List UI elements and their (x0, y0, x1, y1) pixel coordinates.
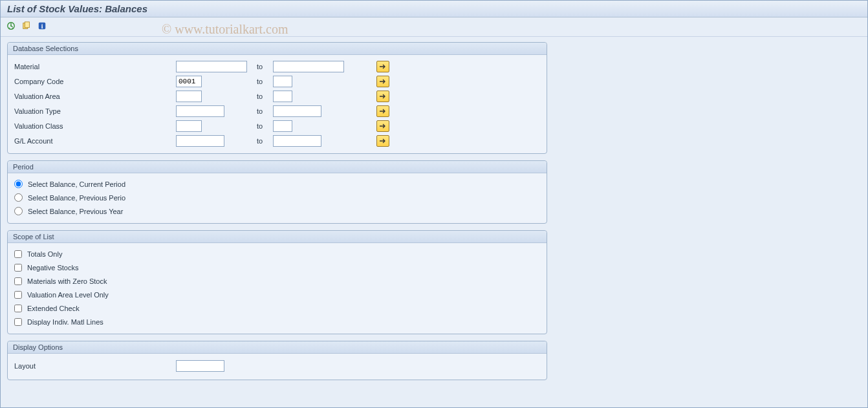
scope-option[interactable]: Valuation Area Level Only (14, 288, 540, 301)
selection-row: G/L Accountto (14, 133, 540, 148)
execute-button[interactable] (5, 21, 17, 34)
info-icon: i (38, 21, 47, 32)
radio-label: Select Balance, Previous Perio (28, 194, 125, 202)
layout-input[interactable] (176, 360, 224, 372)
from-input[interactable] (176, 120, 202, 132)
to-input[interactable] (273, 135, 321, 147)
period-option[interactable]: Select Balance, Current Period (14, 177, 540, 191)
field-label: Company Code (14, 78, 176, 85)
checkbox-label: Display Indiv. Matl Lines (27, 318, 103, 326)
scope-checkbox[interactable] (14, 250, 22, 258)
to-label: to (257, 137, 273, 145)
group-header: Display Options (8, 341, 547, 354)
field-label: G/L Account (14, 137, 176, 145)
window: List of Stock Values: Balances i © www.t… (0, 0, 868, 408)
to-label: to (257, 122, 273, 130)
radio-label: Select Balance, Previous Year (28, 208, 123, 215)
group-header: Database Selections (8, 43, 547, 55)
page-title: List of Stock Values: Balances (7, 3, 147, 14)
scope-checkbox[interactable] (14, 291, 22, 299)
svg-point-1 (10, 25, 12, 27)
to-input[interactable] (273, 120, 292, 132)
content: Database Selections MaterialtoCompany Co… (1, 37, 867, 385)
to-input[interactable] (273, 105, 321, 117)
multiple-selection-button[interactable] (376, 76, 389, 87)
checkbox-label: Valuation Area Level Only (27, 291, 109, 299)
scope-option[interactable]: Extended Check (14, 301, 540, 315)
group-database-selections: Database Selections MaterialtoCompany Co… (7, 42, 547, 154)
field-label: Material (14, 63, 176, 70)
group-scope: Scope of List Totals OnlyNegative Stocks… (7, 230, 547, 334)
multiple-selection-button[interactable] (376, 61, 389, 72)
radio-label: Select Balance, Current Period (28, 180, 125, 188)
scope-checkbox[interactable] (14, 277, 22, 285)
arrow-right-icon (379, 138, 387, 144)
selection-row: Valuation Areato (14, 89, 540, 103)
svg-text:i: i (41, 23, 43, 30)
scope-option[interactable]: Negative Stocks (14, 261, 540, 274)
multiple-selection-button[interactable] (376, 120, 389, 132)
from-input[interactable] (176, 135, 224, 147)
to-label: to (257, 92, 273, 100)
execute-icon (6, 21, 16, 32)
multiple-selection-button[interactable] (376, 91, 389, 102)
to-input[interactable] (273, 91, 292, 102)
selection-row: Valuation Typeto (14, 103, 540, 118)
selection-row: Materialto (14, 59, 540, 74)
svg-rect-3 (25, 22, 29, 28)
group-period: Period Select Balance, Current PeriodSel… (7, 160, 547, 224)
period-option[interactable]: Select Balance, Previous Perio (14, 191, 540, 204)
to-label: to (257, 107, 273, 115)
info-button[interactable]: i (36, 21, 49, 34)
arrow-right-icon (379, 93, 387, 100)
selection-row: Company Codeto (14, 74, 540, 89)
to-label: to (257, 63, 273, 70)
to-input[interactable] (273, 76, 292, 87)
scope-checkbox[interactable] (14, 264, 22, 272)
scope-option[interactable]: Display Indiv. Matl Lines (14, 315, 540, 328)
titlebar: List of Stock Values: Balances (1, 1, 867, 17)
variant-icon (22, 21, 31, 32)
arrow-right-icon (379, 78, 387, 85)
scope-checkbox[interactable] (14, 305, 22, 312)
scope-checkbox[interactable] (14, 318, 22, 326)
arrow-right-icon (379, 108, 387, 114)
group-display-options: Display Options Layout (7, 341, 547, 380)
period-radio[interactable] (14, 180, 23, 188)
selection-row: Valuation Classto (14, 118, 540, 133)
group-header: Scope of List (8, 231, 547, 243)
to-label: to (257, 78, 273, 85)
period-radio[interactable] (14, 207, 23, 215)
arrow-right-icon (379, 123, 387, 129)
scope-option[interactable]: Totals Only (14, 247, 540, 261)
from-input[interactable] (176, 61, 247, 72)
checkbox-label: Totals Only (27, 250, 62, 258)
field-label: Valuation Class (14, 122, 176, 130)
variant-button[interactable] (20, 21, 33, 34)
from-input[interactable] (176, 105, 224, 117)
multiple-selection-button[interactable] (376, 135, 389, 147)
to-input[interactable] (273, 61, 344, 72)
scope-option[interactable]: Materials with Zero Stock (14, 274, 540, 288)
field-label: Valuation Area (14, 92, 176, 100)
layout-label: Layout (14, 362, 176, 370)
checkbox-label: Materials with Zero Stock (27, 277, 107, 285)
field-label: Valuation Type (14, 107, 176, 115)
period-radio[interactable] (14, 193, 23, 202)
period-option[interactable]: Select Balance, Previous Year (14, 204, 540, 218)
multiple-selection-button[interactable] (376, 105, 389, 117)
checkbox-label: Negative Stocks (27, 264, 78, 272)
group-header: Period (8, 161, 547, 173)
checkbox-label: Extended Check (27, 305, 80, 312)
from-input[interactable] (176, 76, 202, 87)
arrow-right-icon (379, 63, 387, 70)
from-input[interactable] (176, 91, 202, 102)
toolbar: i (1, 17, 867, 37)
